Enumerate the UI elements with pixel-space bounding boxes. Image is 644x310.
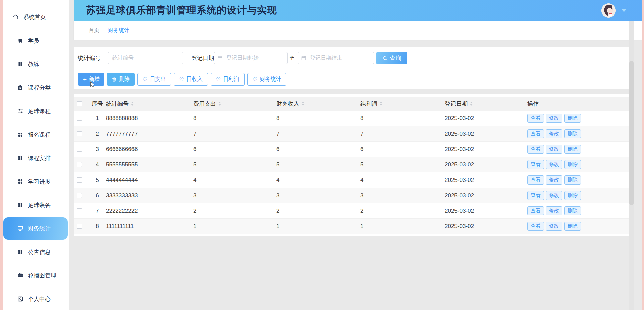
grid-icon	[17, 202, 23, 208]
row-actions: 查看修改删除	[527, 114, 629, 123]
sidebar-item-6[interactable]: 课程安排	[3, 146, 69, 170]
sidebar-item-10[interactable]: 公告信息	[3, 240, 69, 264]
row-checkbox[interactable]	[77, 177, 82, 183]
sidebar-item-2[interactable]: 教练	[3, 52, 69, 76]
sort-carets-icon[interactable]	[470, 102, 473, 106]
filter-button-0[interactable]: ♡日支出	[137, 73, 171, 86]
sidebar-item-label: 个人中心	[28, 295, 51, 303]
filter-button-2[interactable]: ♡日利润	[211, 73, 245, 86]
cell-income: 5	[276, 161, 360, 168]
breadcrumb-current[interactable]: 财务统计	[108, 27, 129, 34]
row-actions: 查看修改删除	[527, 191, 629, 200]
filter-button-3[interactable]: ♡财务统计	[247, 73, 286, 86]
row-action-delete-button[interactable]: 删除	[564, 114, 581, 123]
date-start-input[interactable]	[214, 52, 288, 64]
column-header-3[interactable]: 财务收入	[276, 100, 360, 108]
row-action-delete-button[interactable]: 删除	[564, 191, 581, 200]
row-action-delete-button[interactable]: 删除	[564, 129, 581, 138]
row-action-delete-button[interactable]: 删除	[564, 145, 581, 154]
row-actions: 查看修改删除	[527, 206, 629, 215]
row-checkbox[interactable]	[77, 131, 82, 136]
heart-icon: ♡	[216, 77, 221, 82]
sidebar-item-label: 财务统计	[28, 225, 51, 232]
sidebar-item-7[interactable]: 学习进度	[3, 170, 69, 193]
date-end-input[interactable]	[298, 52, 374, 64]
row-action-view-button[interactable]: 查看	[527, 114, 544, 123]
column-header-2[interactable]: 费用支出	[193, 100, 276, 108]
row-action-delete-button[interactable]: 删除	[564, 206, 581, 215]
filter-button-1[interactable]: ♡日收入	[174, 73, 208, 86]
row-checkbox[interactable]	[77, 162, 82, 167]
row-checkbox[interactable]	[77, 224, 82, 229]
monitor-icon	[17, 225, 23, 231]
row-action-edit-button[interactable]: 修改	[546, 175, 562, 185]
row-action-edit-button[interactable]: 修改	[546, 160, 562, 169]
sort-carets-icon[interactable]	[302, 102, 304, 106]
row-action-edit-button[interactable]: 修改	[546, 114, 562, 123]
sliders-icon	[17, 108, 23, 114]
row-action-view-button[interactable]: 查看	[527, 222, 544, 231]
filter-button-label: 财务统计	[260, 76, 281, 83]
row-action-view-button[interactable]: 查看	[527, 206, 544, 215]
row-action-delete-button[interactable]: 删除	[564, 160, 581, 169]
sidebar-item-5[interactable]: 报名课程	[3, 123, 69, 146]
row-checkbox[interactable]	[77, 116, 82, 121]
sidebar-item-1[interactable]: 学员	[3, 29, 69, 52]
scrollbar[interactable]	[629, 21, 634, 310]
sidebar-item-label: 教练	[28, 60, 39, 68]
cell-code: 1111111111	[106, 223, 193, 230]
chevron-down-icon[interactable]	[621, 9, 627, 12]
row-action-view-button[interactable]: 查看	[527, 160, 544, 169]
sidebar-item-11[interactable]: 轮播图管理	[3, 264, 69, 287]
add-button[interactable]: + 新增	[78, 73, 104, 86]
row-checkbox[interactable]	[77, 193, 82, 198]
row-action-view-button[interactable]: 查看	[527, 191, 544, 200]
sort-carets-icon[interactable]	[218, 102, 221, 106]
row-action-edit-button[interactable]: 修改	[546, 129, 562, 138]
row-action-view-button[interactable]: 查看	[527, 129, 544, 138]
avatar[interactable]	[601, 3, 616, 18]
cell-profit: 8	[360, 115, 445, 122]
row-action-view-button[interactable]: 查看	[527, 145, 544, 154]
row-action-edit-button[interactable]: 修改	[546, 145, 562, 154]
column-header-1[interactable]: 统计编号	[106, 100, 193, 108]
stat-id-input[interactable]	[108, 52, 183, 64]
row-checkbox[interactable]	[77, 208, 82, 213]
sidebar-item-3[interactable]: 课程分类	[3, 76, 69, 99]
row-action-delete-button[interactable]: 删除	[564, 175, 581, 185]
select-all-checkbox[interactable]	[77, 101, 82, 106]
sidebar-item-4[interactable]: 足球课程	[3, 99, 69, 123]
row-actions: 查看修改删除	[527, 160, 629, 169]
row-checkbox[interactable]	[77, 147, 82, 152]
sidebar-item-0[interactable]: 系统首页	[3, 5, 69, 29]
cell-date: 2025-03-02	[445, 208, 527, 214]
sort-carets-icon[interactable]	[131, 102, 134, 106]
plus-icon: +	[83, 76, 87, 83]
cell-seq: 3	[89, 146, 106, 153]
row-action-edit-button[interactable]: 修改	[546, 206, 562, 215]
row-action-delete-button[interactable]: 删除	[564, 222, 581, 231]
column-header-4[interactable]: 纯利润	[360, 100, 445, 108]
sort-carets-icon[interactable]	[380, 102, 382, 106]
column-header-6: 操作	[527, 100, 629, 108]
trash-icon	[112, 77, 117, 82]
sidebar-item-8[interactable]: 足球装备	[3, 193, 69, 217]
cell-seq: 7	[89, 208, 106, 214]
filter-button-label: 日收入	[186, 76, 203, 83]
row-action-edit-button[interactable]: 修改	[546, 191, 562, 200]
row-checkbox-cell	[74, 131, 89, 136]
column-label: 登记日期	[445, 100, 468, 108]
toolbar: + 新增 删除 ♡日支出♡日收入♡日利润♡财务统计	[78, 73, 286, 86]
sidebar-item-9[interactable]: 财务统计	[3, 217, 68, 240]
delete-button[interactable]: 删除	[107, 73, 135, 86]
breadcrumb-home[interactable]: 首页	[89, 27, 99, 34]
column-header-5[interactable]: 登记日期	[445, 100, 527, 108]
delete-button-label: 删除	[119, 76, 130, 83]
query-button[interactable]: 查询	[376, 52, 407, 64]
cell-seq: 1	[89, 115, 106, 122]
scrollbar-thumb[interactable]	[629, 61, 634, 205]
sidebar-item-12[interactable]: 个人中心	[3, 287, 69, 310]
column-label: 财务收入	[276, 100, 299, 108]
row-action-edit-button[interactable]: 修改	[546, 222, 562, 231]
row-action-view-button[interactable]: 查看	[527, 175, 544, 185]
